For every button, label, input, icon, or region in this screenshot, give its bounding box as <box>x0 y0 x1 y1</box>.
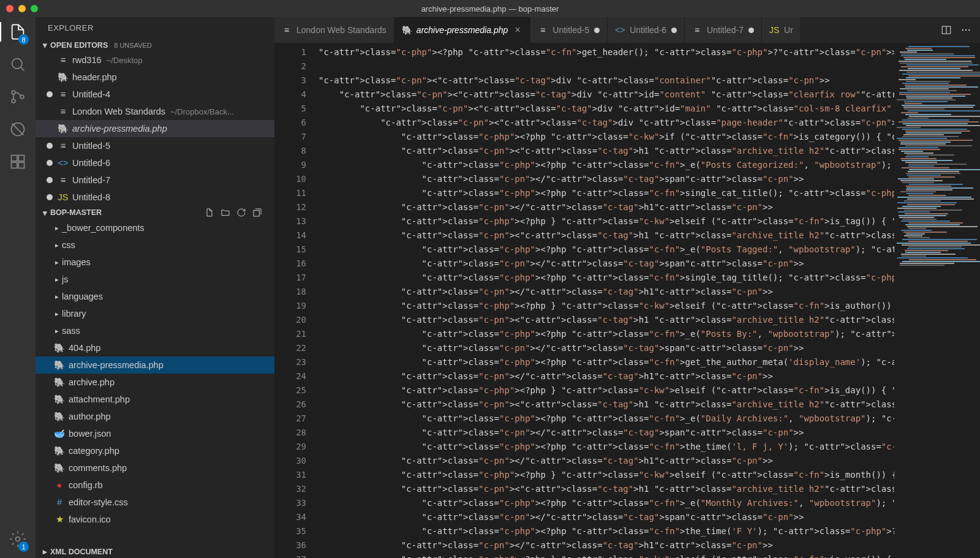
file-item[interactable]: 🐘archive.php <box>36 374 274 391</box>
minimap[interactable] <box>894 43 980 558</box>
file-label: comments.php <box>69 463 127 473</box>
file-type-icon: <> <box>615 25 625 35</box>
search-view-icon[interactable] <box>9 56 26 75</box>
more-actions-icon[interactable] <box>960 25 971 36</box>
tab-label: Untitled-7 <box>707 25 744 35</box>
file-type-icon: JS <box>769 25 779 35</box>
file-type-icon: 🐘 <box>54 463 65 473</box>
modified-indicator <box>47 91 53 97</box>
window-title: archive-pressmedia.php — bop-master <box>421 4 559 13</box>
minimize-window[interactable] <box>18 5 26 12</box>
editor-tab[interactable]: ≡ Untitled-7 <box>685 17 762 43</box>
file-item[interactable]: 🐘attachment.php <box>36 391 274 408</box>
svg-rect-10 <box>254 211 259 216</box>
file-label: rwd316 <box>72 55 102 65</box>
tab-label: Ur <box>784 25 793 35</box>
file-item[interactable]: 🐘404.php <box>36 339 274 356</box>
folder-item[interactable]: ▸images <box>36 254 274 271</box>
file-label: favicon.ico <box>69 515 111 524</box>
titlebar: archive-pressmedia.php — bop-master <box>0 0 980 17</box>
editor-tab[interactable]: ≡ London Web Standards <box>274 17 394 43</box>
extensions-view-icon[interactable] <box>9 153 26 172</box>
file-label: archive-pressmedia.php <box>69 360 164 370</box>
chevron-right-icon: ▸ <box>54 293 60 301</box>
modified-indicator <box>671 28 677 33</box>
scm-view-icon[interactable] <box>9 88 26 107</box>
split-editor-icon[interactable] <box>941 25 952 36</box>
refresh-icon[interactable] <box>236 208 246 217</box>
editor-tab[interactable]: JS Ur <box>762 17 801 43</box>
file-type-icon: 🐘 <box>54 394 65 405</box>
file-item[interactable]: 🐘author.php <box>36 408 274 425</box>
file-item[interactable]: #editor-style.css <box>36 494 274 511</box>
explorer-view-icon[interactable]: 8 <box>9 23 26 42</box>
modified-indicator <box>47 177 53 183</box>
file-path: ~/Desktop <box>107 56 143 65</box>
code-content[interactable]: "c-attr">class="c-php"><?php "c-attr">cl… <box>318 43 894 558</box>
folder-label: css <box>62 240 75 250</box>
chevron-right-icon: ▸ <box>54 258 60 266</box>
modified-indicator <box>47 194 53 200</box>
folder-item[interactable]: ▸js <box>36 271 274 288</box>
open-editor-item[interactable]: JS Untitled-8 <box>36 189 274 206</box>
open-editor-item[interactable]: ≡ Untitled-4 <box>36 86 274 103</box>
editor-tab[interactable]: <> Untitled-6 <box>608 17 685 43</box>
file-item[interactable]: ●config.rb <box>36 477 274 494</box>
file-item[interactable]: 🥣bower.json <box>36 425 274 442</box>
file-item[interactable]: 🐘archive-pressmedia.php <box>36 356 274 374</box>
file-type-icon: 🐘 <box>58 72 69 83</box>
folder-item[interactable]: ▸library <box>36 305 274 322</box>
file-label: 404.php <box>69 343 100 353</box>
debug-view-icon[interactable] <box>9 121 26 140</box>
tab-label: Untitled-5 <box>552 25 589 35</box>
folder-item[interactable]: ▸sass <box>36 322 274 339</box>
modified-indicator <box>594 28 600 33</box>
open-editor-item[interactable]: ≡ London Web Standards ~/Dropbox/Back... <box>36 103 274 120</box>
open-editor-item[interactable]: 🐘 header.php <box>36 69 274 86</box>
xml-document-header[interactable]: ▸ XML DOCUMENT <box>36 545 274 558</box>
file-item[interactable]: 🐘category.php <box>36 442 274 459</box>
file-type-icon: 🐘 <box>54 343 65 353</box>
file-type-icon: ≡ <box>538 25 548 35</box>
svg-point-9 <box>16 537 20 541</box>
file-type-icon: ● <box>54 480 65 490</box>
open-editors-header[interactable]: ▾ OPEN EDITORS 8 UNSAVED <box>36 39 274 51</box>
folder-item[interactable]: ▸languages <box>36 288 274 305</box>
new-file-icon[interactable] <box>205 208 214 217</box>
new-folder-icon[interactable] <box>221 208 230 217</box>
chevron-right-icon: ▸ <box>54 276 60 284</box>
close-window[interactable] <box>6 5 13 12</box>
file-label: attachment.php <box>69 394 130 404</box>
editor-tab[interactable]: 🐘 archive-pressmedia.php × <box>394 17 530 43</box>
settings-gear-icon[interactable]: 1 <box>9 530 26 549</box>
editor-body[interactable]: 1234567891011121314151617181920212223242… <box>274 43 980 558</box>
maximize-window[interactable] <box>31 5 38 12</box>
open-editor-item[interactable]: 🐘 archive-pressmedia.php <box>36 120 274 137</box>
editor-tab[interactable]: ≡ Untitled-5 <box>530 17 608 43</box>
file-type-icon: JS <box>58 192 69 202</box>
workspace-header[interactable]: ▾ BOP-MASTER <box>36 206 274 219</box>
file-item[interactable]: ★favicon.ico <box>36 511 274 528</box>
file-label: author.php <box>69 412 111 421</box>
file-item[interactable]: 🐘comments.php <box>36 459 274 477</box>
svg-rect-8 <box>18 162 24 168</box>
open-editor-item[interactable]: ≡ Untitled-5 <box>36 137 274 154</box>
folder-item[interactable]: ▸css <box>36 236 274 254</box>
open-editor-item[interactable]: ≡ Untitled-7 <box>36 172 274 189</box>
open-editor-item[interactable]: <> Untitled-6 <box>36 154 274 172</box>
svg-point-12 <box>962 29 963 31</box>
folder-label: images <box>62 257 91 267</box>
file-label: Untitled-8 <box>72 192 110 202</box>
folder-label: js <box>62 274 68 284</box>
open-editor-item[interactable]: ≡ rwd316 ~/Desktop <box>36 51 274 69</box>
file-type-icon: 🐘 <box>54 446 65 456</box>
folder-item[interactable]: ▸_bower_components <box>36 219 274 236</box>
close-icon[interactable]: × <box>513 25 522 36</box>
file-label: config.rb <box>69 480 103 490</box>
file-type-icon: ≡ <box>58 55 69 65</box>
settings-badge: 1 <box>18 541 29 552</box>
collapse-all-icon[interactable] <box>252 208 262 217</box>
sidebar: EXPLORER ▾ OPEN EDITORS 8 UNSAVED ≡ rwd3… <box>36 17 274 558</box>
workspace-name: BOP-MASTER <box>50 208 102 217</box>
tab-label: Untitled-6 <box>630 25 666 35</box>
